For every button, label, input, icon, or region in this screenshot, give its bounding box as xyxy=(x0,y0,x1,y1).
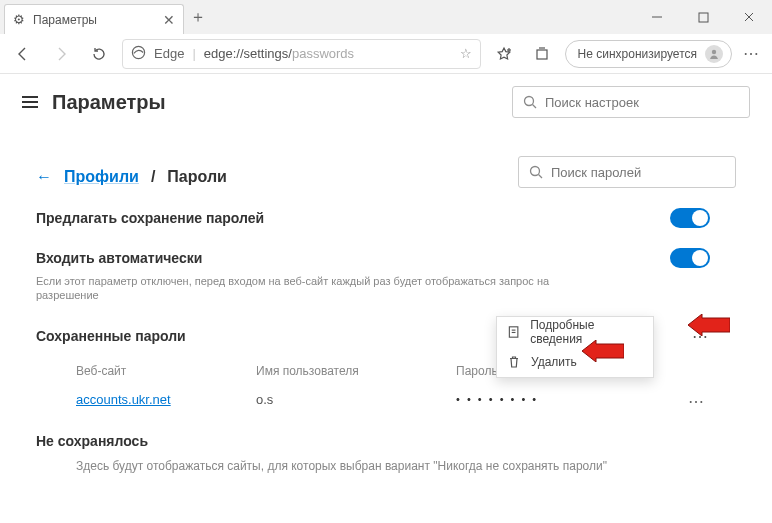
minimize-button[interactable] xyxy=(634,0,680,34)
svg-point-9 xyxy=(712,49,716,53)
option-label: Предлагать сохранение паролей xyxy=(36,210,264,226)
col-username: Имя пользователя xyxy=(256,364,456,378)
auto-signin-toggle[interactable] xyxy=(670,248,710,268)
annotation-arrow-2 xyxy=(582,340,624,362)
refresh-button[interactable] xyxy=(84,39,114,69)
breadcrumb-parent-link[interactable]: Профили xyxy=(64,168,139,186)
svg-rect-7 xyxy=(537,50,547,59)
svg-line-11 xyxy=(533,105,537,109)
back-button[interactable] xyxy=(8,39,38,69)
tab-title: Параметры xyxy=(33,13,97,27)
settings-header: Параметры Поиск настроек xyxy=(0,74,772,130)
col-website: Веб-сайт xyxy=(76,364,256,378)
close-window-button[interactable] xyxy=(726,0,772,34)
svg-line-13 xyxy=(539,175,543,179)
favorite-star-icon[interactable]: ☆ xyxy=(460,46,472,61)
close-tab-icon[interactable]: ✕ xyxy=(163,12,175,28)
browser-menu-button[interactable]: ⋯ xyxy=(740,42,764,66)
password-row-context-menu: Подробные сведения Удалить xyxy=(496,316,654,378)
settings-search-placeholder: Поиск настроек xyxy=(545,95,639,110)
option-label: Входить автоматически xyxy=(36,250,202,266)
ctx-delete[interactable]: Удалить xyxy=(497,347,653,377)
new-tab-button[interactable]: ＋ xyxy=(184,3,212,31)
offer-save-toggle[interactable] xyxy=(670,208,710,228)
row-website-link[interactable]: accounts.ukr.net xyxy=(76,392,256,407)
url-path: edge://settings/ xyxy=(204,46,292,61)
option-auto-signin-desc: Если этот параметр отключен, перед входо… xyxy=(36,274,596,303)
row-password-masked: • • • • • • • • xyxy=(456,393,576,405)
sync-label: Не синхронизируется xyxy=(578,47,697,61)
option-offer-save-passwords: Предлагать сохранение паролей xyxy=(36,208,736,228)
settings-search-input[interactable]: Поиск настроек xyxy=(512,86,750,118)
address-bar[interactable]: Edge | edge://settings/passwords ☆ xyxy=(122,39,481,69)
svg-point-10 xyxy=(525,97,534,106)
option-auto-signin: Входить автоматически xyxy=(36,248,736,268)
passwords-search-input[interactable]: Поиск паролей xyxy=(518,156,736,188)
trash-icon xyxy=(507,355,521,369)
settings-content: ← Профили / Пароли Поиск паролей Предлаг… xyxy=(0,130,772,473)
edge-logo-icon xyxy=(131,45,146,63)
url-scheme-label: Edge xyxy=(154,46,184,61)
ctx-delete-label: Удалить xyxy=(531,355,577,369)
search-icon xyxy=(523,95,537,109)
favorites-button[interactable] xyxy=(489,39,519,69)
never-saved-desc: Здесь будут отображаться сайты, для кото… xyxy=(76,459,736,473)
collections-button[interactable] xyxy=(527,39,557,69)
profile-avatar-icon xyxy=(705,45,723,63)
window-titlebar: ⚙ Параметры ✕ ＋ xyxy=(0,0,772,34)
url-path-tail: passwords xyxy=(292,46,354,61)
breadcrumb-current: Пароли xyxy=(167,168,227,186)
gear-icon: ⚙ xyxy=(13,12,25,27)
passwords-search-placeholder: Поиск паролей xyxy=(551,165,641,180)
annotation-arrow-1 xyxy=(688,314,730,336)
details-icon xyxy=(507,325,520,339)
window-buttons xyxy=(634,0,772,34)
breadcrumb-back-icon[interactable]: ← xyxy=(36,168,52,186)
url-separator: | xyxy=(192,46,195,61)
svg-point-12 xyxy=(531,167,540,176)
row-username: o.s xyxy=(256,392,456,407)
maximize-button[interactable] xyxy=(680,0,726,34)
section-label: Сохраненные пароли xyxy=(36,328,186,344)
profile-sync-button[interactable]: Не синхронизируется xyxy=(565,40,732,68)
row-more-button[interactable]: ⋯ xyxy=(688,392,706,411)
page-title: Параметры xyxy=(52,91,166,114)
hamburger-menu-icon[interactable] xyxy=(22,96,38,108)
address-bar-row: Edge | edge://settings/passwords ☆ Не си… xyxy=(0,34,772,74)
forward-button[interactable] xyxy=(46,39,76,69)
ctx-details[interactable]: Подробные сведения xyxy=(497,317,653,347)
never-saved-header: Не сохранялось xyxy=(36,433,736,449)
password-row: accounts.ukr.net o.s • • • • • • • • ⋯ xyxy=(36,392,736,407)
search-icon xyxy=(529,165,543,179)
browser-tabs: ⚙ Параметры ✕ ＋ xyxy=(0,0,212,34)
svg-rect-1 xyxy=(699,13,708,22)
browser-tab-settings[interactable]: ⚙ Параметры ✕ xyxy=(4,4,184,34)
breadcrumb-sep: / xyxy=(151,168,155,186)
